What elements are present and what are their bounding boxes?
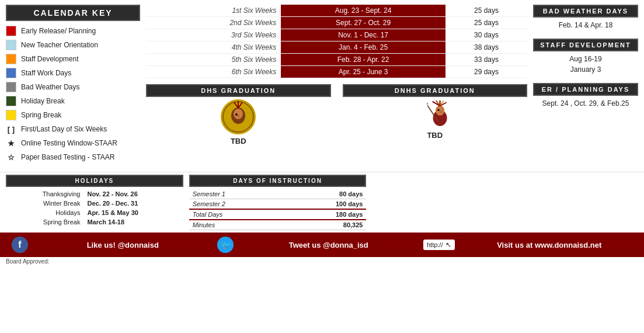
online-testing-label: Online Testing Window-STAAR (21, 139, 117, 147)
key-spring-break: Spring Break (6, 110, 140, 120)
bottom-row: HOLIDAYS Thanksgiving Nov. 22 - Nov. 26 … (0, 172, 644, 233)
six-weeks-table: 1st Six Weeks Aug. 23 - Sept. 24 25 days… (146, 5, 527, 78)
key-early-release: Early Release/ Planning (6, 26, 140, 36)
six-weeks-row: 3rd Six Weeks Nov. 1 - Dec. 17 30 days (146, 29, 527, 41)
first-last-symbol: [ ] (6, 124, 16, 134)
holiday-name: Thanksgiving (6, 189, 85, 199)
staff-dev-panel: STAFF DEVELOPMENT Aug 16-19 January 3 (533, 39, 638, 75)
svg-point-9 (436, 105, 444, 115)
middle-section: 1st Six Weeks Aug. 23 - Sept. 24 25 days… (146, 5, 527, 166)
holiday-row: Winter Break Dec. 20 - Dec. 31 (6, 199, 183, 208)
six-weeks-dates: Sept. 27 - Oct. 29 (281, 17, 445, 29)
url-label: http:// (427, 241, 443, 248)
bad-weather-panel: BAD WEATHER DAYS Feb. 14 & Apr. 18 (533, 5, 638, 30)
svg-point-2 (234, 109, 243, 119)
right-section: BAD WEATHER DAYS Feb. 14 & Apr. 18 STAFF… (533, 5, 638, 166)
er-planning-dates: Sept. 24 , Oct. 29, & Feb.25 (533, 98, 638, 109)
dnhs-logo (417, 99, 452, 129)
holiday-break-label: Holiday Break (21, 97, 65, 105)
svg-point-3 (235, 113, 238, 116)
staff-work-color (6, 68, 16, 78)
instruction-value: 80,325 (284, 220, 366, 230)
svg-point-10 (437, 109, 439, 110)
url-box: http:// ↖ (423, 240, 455, 250)
key-staff-dev: Staff Development (6, 54, 140, 64)
six-weeks-dates: Jan. 4 - Feb. 25 (281, 41, 445, 54)
holiday-dates: Dec. 20 - Dec. 31 (85, 199, 183, 208)
calendar-key-title: CALENDAR KEY (6, 5, 140, 21)
six-weeks-days: 25 days (445, 17, 527, 29)
holiday-break-color (6, 96, 16, 106)
holidays-panel: HOLIDAYS Thanksgiving Nov. 22 - Nov. 26 … (6, 175, 183, 230)
instruction-title: DAYS OF INSTRUCTION (189, 175, 367, 187)
paper-testing-label: Paper Based Testing - STAAR (21, 153, 114, 161)
six-weeks-label: 6th Six Weeks (146, 66, 281, 78)
key-first-last: [ ] First/Last Day of Six Weeks (6, 124, 140, 134)
dnhs-graduation-block: DNHS GRADUATION (343, 84, 528, 145)
instruction-label: Semester 1 (189, 189, 285, 199)
staff-dev-date2: January 3 (533, 64, 638, 75)
instruction-label: Total Days (189, 209, 285, 220)
instruction-row: Semester 2 100 days (189, 199, 367, 210)
six-weeks-days: 38 days (445, 41, 527, 54)
bottom-spacer (372, 175, 638, 230)
early-release-color (6, 26, 16, 36)
dhs-graduation-block: DHS GRADUATION (146, 84, 331, 145)
instruction-label: Semester 2 (189, 199, 285, 210)
new-teacher-label: New Teacher Orientation (21, 41, 98, 49)
facebook-text: Like us! @donnaisd (40, 241, 206, 249)
calendar-key-section: CALENDAR KEY Early Release/ Planning New… (6, 5, 140, 166)
six-weeks-dates: Apr. 25 - June 3 (281, 66, 445, 78)
staff-dev-title: STAFF DEVELOPMENT (533, 39, 638, 51)
paper-testing-symbol: ☆ (6, 152, 16, 162)
twitter-icon: 🐦 (217, 237, 234, 253)
six-weeks-days: 29 days (445, 66, 527, 78)
staff-dev-color (6, 54, 16, 64)
dhs-logo (221, 99, 256, 134)
staff-dev-label: Staff Development (21, 55, 79, 63)
bad-weather-title: BAD WEATHER DAYS (533, 5, 638, 18)
staff-dev-date1: Aug 16-19 (533, 54, 638, 64)
holiday-name: Winter Break (6, 199, 85, 208)
key-holiday-break: Holiday Break (6, 96, 140, 106)
dhs-tbd: TBD (231, 137, 246, 145)
instruction-row: Total Days 180 days (189, 209, 367, 220)
six-weeks-row: 5th Six Weeks Feb. 28 - Apr. 22 33 days (146, 54, 527, 66)
holidays-title: HOLIDAYS (6, 175, 183, 187)
dnhs-tbd: TBD (427, 131, 443, 140)
holiday-row: Thanksgiving Nov. 22 - Nov. 26 (6, 189, 183, 199)
holiday-dates: March 14-18 (85, 217, 183, 227)
dnhs-title: DNHS GRADUATION (343, 84, 528, 97)
six-weeks-row: 4th Six Weeks Jan. 4 - Feb. 25 38 days (146, 41, 527, 54)
six-weeks-label: 2nd Six Weeks (146, 17, 281, 29)
twitter-text: Tweet us @donna_isd (245, 241, 411, 249)
instruction-value: 80 days (284, 189, 366, 199)
six-weeks-dates: Feb. 28 - Apr. 22 (281, 54, 445, 66)
instruction-row: Semester 1 80 days (189, 189, 367, 199)
holidays-table: Thanksgiving Nov. 22 - Nov. 26 Winter Br… (6, 189, 183, 227)
key-staff-work: Staff Work Days (6, 68, 140, 78)
six-weeks-label: 3rd Six Weeks (146, 29, 281, 41)
bad-weather-color (6, 82, 16, 92)
dhs-title: DHS GRADUATION (146, 84, 331, 97)
six-weeks-dates: Nov. 1 - Dec. 17 (281, 29, 445, 41)
six-weeks-row: 6th Six Weeks Apr. 25 - June 3 29 days (146, 66, 527, 78)
six-weeks-label: 4th Six Weeks (146, 41, 281, 54)
instruction-label: Minutes (189, 220, 285, 230)
holiday-dates: Apr. 15 & May 30 (85, 208, 183, 217)
website-text: Visit us at www.donnaisd.net (467, 241, 632, 249)
spring-break-color (6, 110, 16, 120)
footer: f Like us! @donnaisd 🐦 Tweet us @donna_i… (0, 233, 644, 257)
online-testing-symbol: ★ (6, 138, 16, 148)
six-weeks-days: 30 days (445, 29, 527, 41)
er-planning-title: ER / PLANNING DAYS (533, 83, 638, 96)
early-release-label: Early Release/ Planning (21, 27, 96, 35)
er-planning-panel: ER / PLANNING DAYS Sept. 24 , Oct. 29, &… (533, 83, 638, 109)
graduation-area: DHS GRADUATION (146, 84, 527, 145)
six-weeks-row: 2nd Six Weeks Sept. 27 - Oct. 29 25 days (146, 17, 527, 29)
key-new-teacher: New Teacher Orientation (6, 40, 140, 50)
spring-break-label: Spring Break (21, 111, 61, 119)
six-weeks-row: 1st Six Weeks Aug. 23 - Sept. 24 25 days (146, 5, 527, 17)
six-weeks-label: 1st Six Weeks (146, 5, 281, 17)
instruction-row: Minutes 80,325 (189, 220, 367, 230)
